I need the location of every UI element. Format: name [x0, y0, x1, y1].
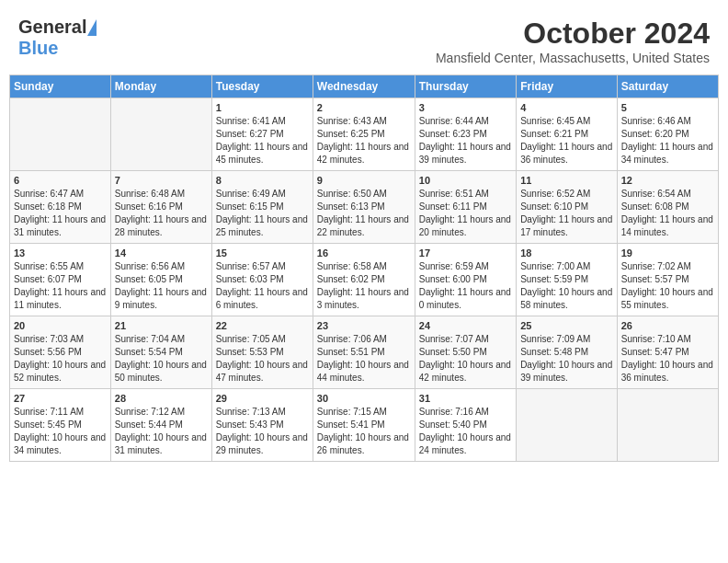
day-info: Sunrise: 7:04 AM Sunset: 5:54 PM Dayligh…	[115, 333, 208, 385]
calendar-cell: 1Sunrise: 6:41 AM Sunset: 6:27 PM Daylig…	[211, 98, 313, 171]
calendar-week-row: 13Sunrise: 6:55 AM Sunset: 6:07 PM Dayli…	[10, 244, 719, 316]
title-section: October 2024 Mansfield Center, Massachus…	[436, 17, 710, 65]
calendar-table: SundayMondayTuesdayWednesdayThursdayFrid…	[9, 75, 719, 462]
calendar-cell: 20Sunrise: 7:03 AM Sunset: 5:56 PM Dayli…	[10, 316, 111, 389]
day-info: Sunrise: 6:58 AM Sunset: 6:02 PM Dayligh…	[317, 260, 411, 312]
day-number: 30	[317, 393, 411, 404]
day-number: 29	[216, 393, 309, 404]
day-info: Sunrise: 6:54 AM Sunset: 6:08 PM Dayligh…	[621, 188, 714, 239]
page-header: General Blue October 2024 Mansfield Cent…	[9, 9, 719, 69]
day-info: Sunrise: 7:15 AM Sunset: 5:41 PM Dayligh…	[317, 406, 411, 457]
day-info: Sunrise: 7:12 AM Sunset: 5:44 PM Dayligh…	[115, 406, 208, 457]
day-number: 16	[317, 247, 411, 259]
day-info: Sunrise: 7:05 AM Sunset: 5:53 PM Dayligh…	[216, 333, 309, 385]
day-info: Sunrise: 7:00 AM Sunset: 5:59 PM Dayligh…	[520, 260, 613, 312]
calendar-cell: 21Sunrise: 7:04 AM Sunset: 5:54 PM Dayli…	[110, 316, 211, 389]
day-info: Sunrise: 6:55 AM Sunset: 6:07 PM Dayligh…	[14, 260, 107, 312]
month-title: October 2024	[436, 17, 710, 51]
day-number: 1	[216, 102, 309, 113]
calendar-cell: 12Sunrise: 6:54 AM Sunset: 6:08 PM Dayli…	[617, 171, 718, 244]
day-number: 18	[520, 247, 613, 259]
day-number: 3	[419, 102, 512, 113]
day-number: 22	[216, 320, 309, 331]
calendar-cell: 31Sunrise: 7:16 AM Sunset: 5:40 PM Dayli…	[415, 389, 516, 462]
calendar-cell: 22Sunrise: 7:05 AM Sunset: 5:53 PM Dayli…	[211, 316, 313, 389]
calendar-cell: 17Sunrise: 6:59 AM Sunset: 6:00 PM Dayli…	[415, 244, 516, 316]
day-number: 25	[520, 320, 613, 331]
day-info: Sunrise: 7:11 AM Sunset: 5:45 PM Dayligh…	[14, 406, 107, 457]
day-number: 7	[115, 175, 208, 186]
logo-triangle-icon	[87, 19, 97, 36]
calendar-cell: 8Sunrise: 6:49 AM Sunset: 6:15 PM Daylig…	[211, 171, 313, 244]
calendar-cell: 4Sunrise: 6:45 AM Sunset: 6:21 PM Daylig…	[517, 98, 618, 171]
day-info: Sunrise: 7:09 AM Sunset: 5:48 PM Dayligh…	[520, 333, 613, 385]
calendar-cell: 11Sunrise: 6:52 AM Sunset: 6:10 PM Dayli…	[517, 171, 618, 244]
day-info: Sunrise: 6:43 AM Sunset: 6:25 PM Dayligh…	[317, 115, 411, 167]
calendar-cell: 16Sunrise: 6:58 AM Sunset: 6:02 PM Dayli…	[313, 244, 415, 316]
weekday-header: Wednesday	[313, 75, 415, 98]
day-number: 31	[419, 393, 512, 404]
day-info: Sunrise: 6:59 AM Sunset: 6:00 PM Dayligh…	[419, 260, 512, 312]
calendar-week-row: 6Sunrise: 6:47 AM Sunset: 6:18 PM Daylig…	[10, 171, 719, 244]
calendar-cell: 23Sunrise: 7:06 AM Sunset: 5:51 PM Dayli…	[313, 316, 415, 389]
calendar-cell: 14Sunrise: 6:56 AM Sunset: 6:05 PM Dayli…	[110, 244, 211, 316]
day-info: Sunrise: 6:41 AM Sunset: 6:27 PM Dayligh…	[216, 115, 309, 167]
weekday-header: Thursday	[415, 75, 516, 98]
logo: General Blue	[18, 17, 97, 59]
calendar-header-row: SundayMondayTuesdayWednesdayThursdayFrid…	[10, 75, 719, 98]
calendar-cell: 9Sunrise: 6:50 AM Sunset: 6:13 PM Daylig…	[313, 171, 415, 244]
calendar-cell: 5Sunrise: 6:46 AM Sunset: 6:20 PM Daylig…	[617, 98, 718, 171]
weekday-header: Saturday	[617, 75, 718, 98]
day-info: Sunrise: 6:56 AM Sunset: 6:05 PM Dayligh…	[115, 260, 208, 312]
day-info: Sunrise: 6:45 AM Sunset: 6:21 PM Dayligh…	[520, 115, 613, 167]
day-info: Sunrise: 7:10 AM Sunset: 5:47 PM Dayligh…	[621, 333, 714, 385]
calendar-cell	[517, 389, 618, 462]
calendar-cell: 13Sunrise: 6:55 AM Sunset: 6:07 PM Dayli…	[10, 244, 111, 316]
day-number: 10	[419, 175, 512, 186]
day-number: 5	[621, 102, 714, 113]
day-number: 4	[520, 102, 613, 113]
calendar-cell: 6Sunrise: 6:47 AM Sunset: 6:18 PM Daylig…	[10, 171, 111, 244]
day-info: Sunrise: 7:06 AM Sunset: 5:51 PM Dayligh…	[317, 333, 411, 385]
day-info: Sunrise: 6:48 AM Sunset: 6:16 PM Dayligh…	[115, 188, 208, 239]
logo-blue: Blue	[18, 38, 58, 59]
day-info: Sunrise: 6:51 AM Sunset: 6:11 PM Dayligh…	[419, 188, 512, 239]
day-number: 24	[419, 320, 512, 331]
day-number: 15	[216, 247, 309, 259]
day-number: 6	[14, 175, 107, 186]
weekday-header: Monday	[110, 75, 211, 98]
day-number: 27	[14, 393, 107, 404]
logo-general: General	[18, 17, 86, 38]
day-number: 28	[115, 393, 208, 404]
day-info: Sunrise: 7:03 AM Sunset: 5:56 PM Dayligh…	[14, 333, 107, 385]
day-number: 26	[621, 320, 714, 331]
calendar-cell: 29Sunrise: 7:13 AM Sunset: 5:43 PM Dayli…	[211, 389, 313, 462]
day-number: 14	[115, 247, 208, 259]
day-number: 23	[317, 320, 411, 331]
day-info: Sunrise: 6:44 AM Sunset: 6:23 PM Dayligh…	[419, 115, 512, 167]
day-number: 12	[621, 175, 714, 186]
calendar-cell	[10, 98, 111, 171]
day-number: 8	[216, 175, 309, 186]
day-info: Sunrise: 6:50 AM Sunset: 6:13 PM Dayligh…	[317, 188, 411, 239]
calendar-cell: 28Sunrise: 7:12 AM Sunset: 5:44 PM Dayli…	[110, 389, 211, 462]
calendar-cell: 18Sunrise: 7:00 AM Sunset: 5:59 PM Dayli…	[517, 244, 618, 316]
day-info: Sunrise: 6:47 AM Sunset: 6:18 PM Dayligh…	[14, 188, 107, 239]
day-number: 21	[115, 320, 208, 331]
day-number: 11	[520, 175, 613, 186]
calendar-cell	[110, 98, 211, 171]
day-info: Sunrise: 6:52 AM Sunset: 6:10 PM Dayligh…	[520, 188, 613, 239]
calendar-week-row: 27Sunrise: 7:11 AM Sunset: 5:45 PM Dayli…	[10, 389, 719, 462]
day-info: Sunrise: 7:02 AM Sunset: 5:57 PM Dayligh…	[621, 260, 714, 312]
day-info: Sunrise: 6:49 AM Sunset: 6:15 PM Dayligh…	[216, 188, 309, 239]
calendar-cell: 15Sunrise: 6:57 AM Sunset: 6:03 PM Dayli…	[211, 244, 313, 316]
weekday-header: Sunday	[10, 75, 111, 98]
day-number: 20	[14, 320, 107, 331]
calendar-cell: 25Sunrise: 7:09 AM Sunset: 5:48 PM Dayli…	[517, 316, 618, 389]
calendar-cell	[617, 389, 718, 462]
calendar-week-row: 20Sunrise: 7:03 AM Sunset: 5:56 PM Dayli…	[10, 316, 719, 389]
day-number: 13	[14, 247, 107, 259]
day-number: 19	[621, 247, 714, 259]
weekday-header: Tuesday	[211, 75, 313, 98]
day-info: Sunrise: 6:46 AM Sunset: 6:20 PM Dayligh…	[621, 115, 714, 167]
